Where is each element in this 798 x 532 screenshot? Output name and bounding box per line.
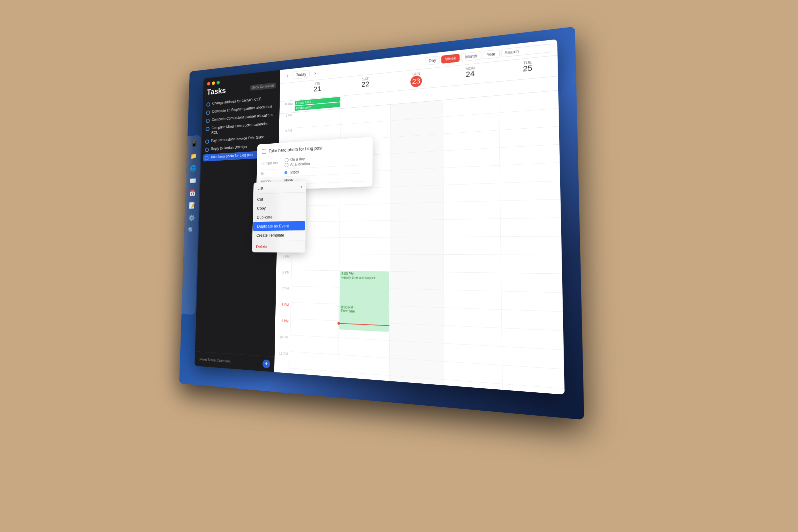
- hour-line: [444, 237, 501, 255]
- hour-line: [390, 203, 443, 221]
- detail-task-title: Take hero photo for blog post: [269, 145, 323, 154]
- dock-icon-settings[interactable]: ⚙️: [187, 212, 196, 224]
- traffic-lights: [207, 81, 220, 86]
- task-checkbox-2[interactable]: [206, 110, 210, 115]
- view-week-button[interactable]: Week: [441, 54, 460, 63]
- task-text-5: Pay Cornerstone Invoice Fehr Glass: [211, 135, 265, 143]
- context-menu-item-list[interactable]: List ›: [253, 182, 306, 193]
- hour-line: [499, 126, 559, 148]
- screen: 📱 📁 🌐 ✉️ 📅 📝 ⚙️ 🔍: [179, 26, 584, 420]
- context-menu-separator-2: [252, 241, 306, 241]
- day-column-mon: [443, 95, 502, 390]
- on-a-day-radio[interactable]: [285, 158, 289, 162]
- hour-line: [443, 183, 500, 203]
- hour-line: [501, 255, 562, 274]
- maximize-button[interactable]: [216, 81, 220, 85]
- hour-line: [502, 365, 565, 389]
- hour-line: [291, 270, 339, 288]
- view-day-button[interactable]: Day: [425, 56, 440, 65]
- show-completed-button[interactable]: Show Completed: [250, 82, 276, 91]
- hour-line: [291, 286, 339, 304]
- calendar-event-free-time[interactable]: 8:00 PM Free time: [339, 304, 389, 332]
- hour-line: [340, 221, 390, 238]
- task-text-4: Complete Mizui Construction amended ROE: [211, 121, 275, 135]
- hour-line: [391, 151, 443, 171]
- minimize-button[interactable]: [212, 81, 215, 85]
- dock-icon-mail[interactable]: ✉️: [188, 175, 197, 186]
- context-menu-list-arrow-icon: ›: [301, 184, 302, 189]
- time-6pm: 6 PM: [276, 270, 291, 286]
- task-checkbox-7[interactable]: [205, 156, 209, 160]
- context-menu-list-label: List: [258, 186, 263, 191]
- hour-line: [444, 325, 502, 346]
- task-checkbox-6[interactable]: [205, 148, 209, 152]
- context-menu-item-duplicate-as-event[interactable]: Duplicate as Event: [253, 221, 305, 231]
- day-num-mon: 24: [444, 68, 497, 80]
- dock-icon-safari[interactable]: 🌐: [188, 163, 198, 174]
- dock-icon-search[interactable]: 🔍: [186, 225, 196, 236]
- task-checkbox-1[interactable]: [207, 102, 210, 107]
- day-abbr-sun: SUN: [412, 72, 420, 76]
- hour-line: [291, 303, 339, 321]
- hour-line: [444, 290, 501, 309]
- hour-line: [443, 148, 500, 168]
- task-checkbox-3[interactable]: [206, 119, 210, 123]
- hour-line: [390, 272, 443, 290]
- next-nav-button[interactable]: ›: [312, 70, 318, 77]
- detail-task-checkbox[interactable]: [262, 149, 266, 154]
- add-task-button[interactable]: +: [262, 359, 270, 368]
- close-button[interactable]: [207, 82, 210, 86]
- hour-line: [500, 181, 560, 201]
- hour-line: [444, 308, 501, 328]
- hour-line: [340, 187, 390, 205]
- view-month-button[interactable]: Month: [461, 51, 481, 61]
- day-num-sat: 22: [342, 78, 389, 90]
- hour-line: [390, 254, 443, 272]
- hour-line: [390, 220, 443, 238]
- hour-line: [340, 238, 390, 254]
- prev-nav-button[interactable]: ‹: [285, 73, 290, 80]
- remind-me-label: remind me: [261, 160, 282, 166]
- context-menu-item-copy[interactable]: Copy: [253, 203, 306, 213]
- today-button[interactable]: Today: [292, 70, 309, 79]
- context-menu-item-cut[interactable]: Cut: [253, 193, 306, 204]
- task-checkbox-5[interactable]: [205, 139, 209, 144]
- dock-icon-messages[interactable]: 📱: [189, 138, 199, 149]
- calendar-event-family-time[interactable]: 6:00 PM Family time and supper: [340, 271, 389, 306]
- calendar-search-input[interactable]: [501, 43, 551, 57]
- hour-line: [390, 237, 443, 255]
- hour-line: [444, 272, 501, 291]
- list-label: list: [261, 171, 281, 176]
- hour-line: [501, 218, 562, 237]
- hour-line: [501, 236, 562, 255]
- laptop: 📱 📁 🌐 ✉️ 📅 📝 ⚙️ 🔍: [100, 33, 698, 499]
- current-time-dot: [338, 322, 340, 324]
- list-value: Inbox: [290, 170, 299, 174]
- hour-line: [391, 134, 443, 154]
- hour-line: [443, 166, 500, 185]
- dock-icon-finder[interactable]: 📁: [189, 150, 198, 161]
- task-checkbox-4[interactable]: [206, 127, 209, 131]
- context-menu-item-duplicate[interactable]: Duplicate: [253, 212, 306, 222]
- all-day-label: all-day: [279, 100, 294, 114]
- time-9pm: 9 PM: [275, 318, 290, 335]
- hour-line: [338, 355, 390, 376]
- hour-line: [502, 309, 563, 331]
- hour-line: [390, 306, 443, 325]
- view-year-button[interactable]: Year: [482, 49, 500, 59]
- hour-line: [501, 273, 563, 292]
- at-a-location-radio[interactable]: [285, 163, 289, 167]
- context-menu-item-create-template[interactable]: Create Template: [252, 230, 306, 240]
- day-column-sun: [390, 100, 444, 385]
- dock-icon-notes[interactable]: 📝: [187, 200, 197, 211]
- hour-line: [500, 163, 560, 183]
- context-menu-item-delete[interactable]: Delete: [252, 242, 305, 251]
- event-title-2: Free time: [341, 309, 355, 313]
- dock-icon-calendar[interactable]: 📅: [188, 188, 197, 198]
- hour-line: [390, 358, 444, 380]
- on-a-day-label: On a day: [290, 157, 305, 162]
- hour-line: [391, 185, 443, 204]
- hour-line: [500, 145, 560, 166]
- inbox-dot: [284, 171, 287, 174]
- calendar-body: 8 AM 9 AM 10 AM 11 AM 12 PM 1 PM 2 PM 3 …: [274, 91, 565, 394]
